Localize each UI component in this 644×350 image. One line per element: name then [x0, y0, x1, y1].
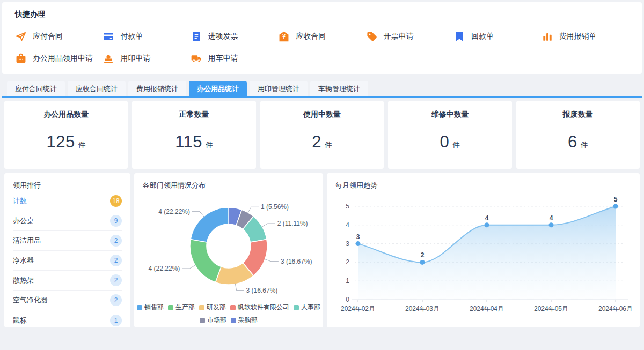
- rank-row-label: 计数: [13, 196, 27, 206]
- rank-list: 计数 18 办公桌 9 清洁用品 2 净水器 2 散热架 2: [13, 191, 122, 327]
- x-tick-label: 2024年04月: [470, 305, 504, 312]
- y-tick-label: 0: [346, 296, 349, 303]
- quick-action-label: 应收合同: [296, 32, 326, 41]
- quick-action-vehicle-request[interactable]: 用车申请: [191, 48, 278, 68]
- donut-label-line: [182, 265, 195, 269]
- legend-item[interactable]: 销售部: [137, 303, 164, 312]
- monthly-trend-chart[interactable]: 0123452024年02月2024年03月2024年04月2024年05月20…: [335, 195, 635, 323]
- donut-slice[interactable]: [191, 207, 229, 242]
- x-tick-label: 2024年06月: [598, 305, 633, 312]
- department-donut-panel: 各部门领用情况分布 1 (5.56%)2 (11.11%)3 (16.67%)3…: [134, 173, 323, 327]
- stat-value: 6: [568, 132, 577, 151]
- data-point-label: 3: [356, 233, 360, 241]
- stat-label: 维修中数量: [388, 110, 511, 120]
- legend-item[interactable]: 研发部: [199, 303, 226, 312]
- invoice-doc-icon: [191, 31, 202, 42]
- legend-item[interactable]: 人事部: [294, 303, 320, 312]
- data-point-label: 4: [550, 214, 553, 222]
- y-tick-label: 1: [346, 277, 349, 285]
- rank-row-water-purifier[interactable]: 净水器 2: [13, 251, 122, 271]
- tab-seal-management-stats[interactable]: 用印管理统计: [250, 81, 308, 96]
- tab-receivable-contract-stats[interactable]: 应收合同统计: [68, 81, 126, 96]
- charts-row: 领用排行 计数 18 办公桌 9 清洁用品 2 净水器 2: [4, 173, 640, 327]
- tab-payable-contract-stats[interactable]: 应付合同统计: [7, 81, 65, 96]
- x-tick-label: 2024年02月: [341, 305, 375, 312]
- donut-slice[interactable]: [190, 240, 221, 282]
- stat-card-in-use: 使用中数量 2件: [260, 101, 384, 169]
- x-tick-label: 2024年05月: [534, 305, 568, 312]
- tab-vehicle-management-stats[interactable]: 车辆管理统计: [310, 81, 368, 96]
- donut-label-line: [248, 207, 259, 213]
- yuan-badge-icon: ¥: [278, 31, 290, 42]
- quick-action-seal-request[interactable]: 用印申请: [103, 48, 190, 68]
- rank-row-mouse[interactable]: 鼠标 1: [13, 310, 122, 327]
- legend-swatch-icon: [168, 305, 173, 310]
- donut-label-line: [235, 284, 244, 291]
- legend-label: 人事部: [301, 303, 320, 312]
- quick-action-label: 应付合同: [33, 32, 63, 41]
- quick-actions-title: 快捷办理: [15, 10, 629, 19]
- donut-label: 2 (11.11%): [277, 220, 308, 227]
- quick-action-collection-slip[interactable]: 回款单: [453, 26, 541, 46]
- quick-action-label: 费用报销单: [559, 32, 597, 41]
- quick-action-expense-report[interactable]: 费用报销单: [541, 26, 629, 46]
- tab-office-supply-stats[interactable]: 办公用品统计: [189, 81, 247, 96]
- stat-cards-row: 办公用品数量 125件 正常数量 115件 使用中数量 2件 维修中数量 0件 …: [4, 101, 640, 169]
- donut-label: 1 (5.56%): [261, 203, 289, 211]
- rank-row-badge: 1: [110, 315, 122, 326]
- quick-actions-panel: 快捷办理 应付合同 付款单 进项发票 ¥ 应收合同 开票申请: [2, 2, 642, 74]
- rank-row-count[interactable]: 计数 18: [13, 191, 122, 211]
- tab-expense-stats[interactable]: 费用报销统计: [128, 81, 186, 96]
- rank-row-badge: 2: [110, 255, 122, 266]
- quick-action-input-invoice[interactable]: 进项发票: [191, 26, 278, 46]
- data-point[interactable]: [613, 204, 618, 209]
- donut-label-line: [192, 212, 204, 217]
- data-point-label: 2: [421, 251, 425, 259]
- quick-action-payable-contract[interactable]: 应付合同: [15, 26, 103, 46]
- stat-label: 使用中数量: [260, 110, 384, 120]
- rank-row-cooling-rack[interactable]: 散热架 2: [13, 271, 122, 291]
- quick-action-receivable-contract[interactable]: ¥ 应收合同: [278, 26, 365, 46]
- data-point[interactable]: [485, 222, 489, 227]
- truck-icon: [191, 53, 202, 64]
- rank-row-desk[interactable]: 办公桌 9: [13, 211, 122, 231]
- monthly-trend-panel: 每月领用趋势 0123452024年02月2024年03月2024年04月202…: [327, 173, 640, 327]
- legend-item[interactable]: 采购部: [231, 316, 258, 325]
- toolbox-icon: [15, 53, 27, 64]
- quick-action-label: 办公用品领用申请: [33, 54, 93, 63]
- data-point[interactable]: [549, 222, 554, 227]
- rank-row-label: 空气净化器: [13, 295, 48, 305]
- department-donut-chart[interactable]: 1 (5.56%)2 (11.11%)3 (16.67%)3 (16.67%)4…: [134, 190, 323, 302]
- legend-item[interactable]: 市场部: [200, 316, 226, 325]
- quick-action-label: 用印申请: [120, 54, 150, 63]
- stat-card-total: 办公用品数量 125件: [4, 101, 128, 169]
- rank-row-air-purifier[interactable]: 空气净化器 2: [13, 291, 122, 310]
- quick-action-office-supply-request[interactable]: 办公用品领用申请: [15, 48, 103, 68]
- rank-row-cleaning[interactable]: 清洁用品 2: [13, 231, 122, 251]
- donut-label: 4 (22.22%): [149, 265, 180, 272]
- legend-item[interactable]: 生产部: [168, 303, 195, 312]
- stat-label: 办公用品数量: [4, 110, 128, 120]
- stat-unit: 件: [206, 140, 213, 149]
- legend-swatch-icon: [200, 318, 205, 323]
- rank-row-label: 清洁用品: [13, 236, 41, 245]
- rank-row-label: 鼠标: [13, 316, 27, 325]
- y-tick-label: 5: [346, 203, 349, 210]
- rank-row-badge: 2: [110, 235, 122, 247]
- data-point[interactable]: [420, 260, 425, 265]
- quick-action-label: 回款单: [471, 32, 494, 41]
- legend-item[interactable]: 帆软软件有限公司: [230, 303, 289, 312]
- donut-label-line: [262, 224, 275, 227]
- legend-label: 销售部: [144, 303, 164, 312]
- svg-text:¥: ¥: [282, 34, 286, 40]
- data-point[interactable]: [356, 241, 361, 246]
- stamp-icon: [103, 53, 114, 64]
- quick-action-label: 开票申请: [384, 32, 414, 41]
- donut-label: 3 (16.67%): [246, 287, 278, 294]
- tag-icon: [366, 31, 378, 42]
- quick-action-invoicing-request[interactable]: 开票申请: [366, 26, 453, 46]
- legend-label: 研发部: [207, 303, 226, 312]
- trend-title: 每月领用趋势: [327, 173, 640, 190]
- rank-row-badge: 18: [110, 195, 122, 207]
- quick-action-payment-slip[interactable]: 付款单: [103, 26, 190, 46]
